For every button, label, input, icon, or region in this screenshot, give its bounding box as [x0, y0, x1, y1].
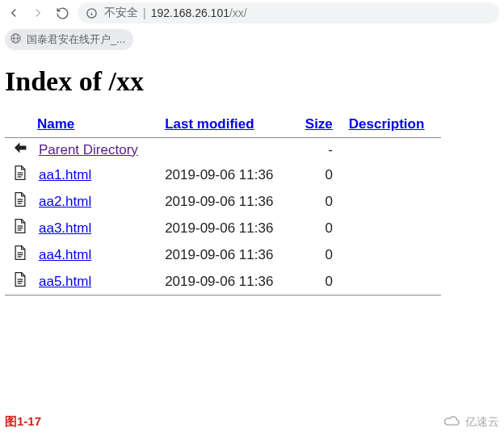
header-row: Name Last modified Size Description — [5, 111, 441, 138]
url-host: 192.168.26.101 — [151, 6, 229, 19]
parent-size: - — [293, 138, 341, 161]
directory-listing: Name Last modified Size Description Pare… — [5, 111, 441, 296]
file-link[interactable]: aa3.html — [39, 220, 91, 236]
parent-modified — [157, 138, 293, 161]
globe-icon — [10, 32, 22, 47]
file-icon — [5, 268, 31, 296]
file-size: 0 — [293, 215, 341, 241]
back-arrow-icon — [5, 138, 31, 161]
col-size: Size — [293, 111, 341, 138]
figure-label: 图1-17 — [5, 414, 41, 430]
file-modified: 2019-09-06 11:36 — [157, 188, 293, 215]
url-path: /xx/ — [229, 6, 247, 19]
table-row: aa3.html2019-09-06 11:360 — [5, 215, 441, 241]
col-description: Description — [341, 111, 441, 138]
info-icon — [86, 7, 98, 19]
parent-dir-row: Parent Directory - — [5, 138, 441, 161]
file-modified: 2019-09-06 11:36 — [157, 241, 293, 268]
address-bar[interactable]: 不安全 | 192.168.26.101/xx/ — [78, 2, 499, 23]
file-desc — [341, 188, 441, 215]
table-row: aa5.html2019-09-06 11:360 — [5, 268, 441, 296]
url-text: 192.168.26.101/xx/ — [151, 6, 247, 19]
file-size: 0 — [293, 268, 341, 296]
table-row: aa4.html2019-09-06 11:360 — [5, 241, 441, 268]
file-icon — [5, 161, 31, 188]
file-link[interactable]: aa1.html — [39, 167, 91, 182]
back-button[interactable] — [5, 4, 23, 22]
file-desc — [341, 215, 441, 241]
bookmark-chip[interactable]: 国泰君安在线开户_... — [5, 29, 133, 50]
file-modified: 2019-09-06 11:36 — [157, 161, 293, 188]
col-name: Name — [5, 111, 157, 138]
file-link[interactable]: aa4.html — [39, 247, 91, 262]
file-size: 0 — [293, 161, 341, 188]
bookmarks-bar: 国泰君安在线开户_... — [0, 26, 504, 53]
file-desc — [341, 161, 441, 188]
forward-button[interactable] — [29, 4, 47, 22]
file-link[interactable]: aa2.html — [39, 194, 91, 209]
file-icon — [5, 188, 31, 215]
reload-button[interactable] — [53, 4, 71, 22]
file-icon — [5, 215, 31, 241]
page-title: Index of /xx — [5, 66, 499, 97]
sort-description-link[interactable]: Description — [349, 116, 425, 132]
sort-size-link[interactable]: Size — [305, 116, 333, 132]
table-row: aa2.html2019-09-06 11:360 — [5, 188, 441, 215]
page-content: Index of /xx Name Last modified Size Des… — [0, 53, 504, 296]
watermark-text: 亿速云 — [465, 415, 499, 430]
address-divider: | — [143, 6, 146, 19]
file-size: 0 — [293, 241, 341, 268]
file-modified: 2019-09-06 11:36 — [157, 215, 293, 241]
sort-modified-link[interactable]: Last modified — [165, 116, 254, 132]
sort-name-link[interactable]: Name — [37, 116, 74, 132]
col-modified: Last modified — [157, 111, 293, 138]
parent-desc — [341, 138, 441, 161]
cloud-icon — [444, 416, 462, 430]
file-size: 0 — [293, 188, 341, 215]
file-desc — [341, 268, 441, 296]
watermark: 亿速云 — [444, 415, 499, 430]
footer-separator — [5, 296, 441, 296]
file-modified: 2019-09-06 11:36 — [157, 268, 293, 296]
file-icon — [5, 241, 31, 268]
bookmark-label: 国泰君安在线开户_... — [27, 32, 125, 47]
insecure-label: 不安全 — [104, 6, 138, 20]
file-link[interactable]: aa5.html — [39, 274, 91, 289]
file-desc — [341, 241, 441, 268]
table-row: aa1.html2019-09-06 11:360 — [5, 161, 441, 188]
browser-toolbar: 不安全 | 192.168.26.101/xx/ — [0, 0, 504, 26]
parent-dir-link[interactable]: Parent Directory — [39, 142, 138, 157]
